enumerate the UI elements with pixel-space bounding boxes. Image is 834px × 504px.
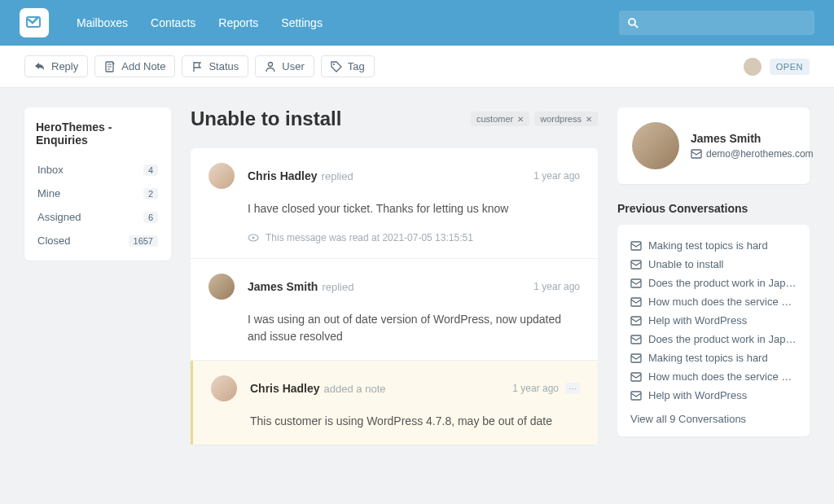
mail-icon [691, 148, 702, 160]
reply-icon [34, 61, 46, 72]
message-avatar[interactable] [208, 163, 235, 189]
user-label: User [282, 60, 304, 72]
previous-conversation-label: Does the product work in Japanese? [648, 277, 797, 289]
sidebar-item-label: Assigned [37, 211, 81, 223]
tag-button[interactable]: Tag [321, 55, 375, 77]
view-all-link[interactable]: View all 9 Conversations [630, 413, 797, 425]
previous-conversation-label: How much does the service cost [648, 370, 797, 383]
message-timestamp: 1 year ago [512, 383, 559, 394]
previous-conversations-title: Previous Conversations [617, 202, 810, 215]
previous-conversation-label: Unable to install [648, 258, 724, 270]
tag-label: wordpress [540, 114, 582, 124]
message-action: added a note [324, 383, 386, 395]
previous-conversation-label: Help with WordPress [648, 314, 747, 327]
mail-icon [630, 240, 642, 252]
status-label: Status [208, 60, 239, 72]
tag-chip: wordpress✕ [534, 112, 598, 126]
previous-conversation-item[interactable]: Unable to install [630, 255, 797, 274]
previous-conversation-item[interactable]: Does the product work in Japanese? [630, 330, 797, 348]
message-thread: Chris Hadley replied1 year agoI have clo… [191, 148, 598, 445]
search-icon [627, 17, 639, 28]
message-body: This customer is using WordPress 4.7.8, … [250, 413, 580, 430]
message-avatar[interactable] [211, 375, 237, 401]
message-more-icon[interactable]: ⋯ [565, 383, 580, 394]
reply-message: Chris Hadley replied1 year agoI have clo… [191, 148, 598, 259]
tag-remove-icon[interactable]: ✕ [586, 115, 592, 124]
previous-conversation-item[interactable]: How much does the service cost [630, 367, 797, 386]
previous-conversation-item[interactable]: Help with WordPress [630, 386, 797, 405]
sidebar-item-count: 2 [143, 188, 158, 199]
reply-label: Reply [51, 60, 78, 72]
mail-icon [630, 315, 642, 327]
mail-icon [630, 353, 642, 364]
tag-chip: customer✕ [471, 112, 529, 126]
sidebar-item-assigned[interactable]: Assigned6 [36, 205, 160, 229]
sidebar-item-count: 4 [143, 164, 158, 176]
nav-contacts[interactable]: Contacts [151, 16, 195, 29]
sidebar-item-mine[interactable]: Mine2 [36, 182, 160, 205]
message-author: Chris Hadley [250, 382, 320, 395]
note-icon [104, 61, 116, 72]
sidebar-item-count: 6 [143, 212, 158, 223]
app-logo[interactable] [20, 8, 49, 37]
previous-conversation-item[interactable]: How much does the service cost [630, 292, 797, 311]
previous-conversation-item[interactable]: Making test topics is hard [630, 348, 797, 367]
read-receipt: This message was read at 2021-07-05 13:1… [248, 232, 580, 243]
message-avatar[interactable] [208, 274, 235, 300]
sidebar-item-label: Inbox [37, 164, 64, 176]
previous-conversation-label: Help with WordPress [648, 389, 747, 401]
customer-avatar[interactable] [632, 122, 679, 169]
user-icon [265, 61, 276, 72]
previous-conversation-label: Does the product work in Japanese? [648, 333, 797, 345]
previous-conversation-label: Making test topics is hard [648, 352, 768, 364]
sidebar-item-label: Closed [37, 234, 70, 247]
mail-icon [630, 390, 642, 401]
previous-conversations-card: Making test topics is hardUnable to inst… [617, 225, 810, 436]
mail-icon [630, 296, 642, 308]
nav-reports[interactable]: Reports [218, 16, 258, 29]
tag-label: customer [476, 114, 513, 124]
status-badge: OPEN [770, 59, 810, 75]
reply-button[interactable]: Reply [24, 55, 88, 77]
customer-card: James Smith demo@herothemes.com [617, 107, 810, 184]
user-button[interactable]: User [255, 55, 314, 77]
reply-message: James Smith replied1 year agoI was using… [191, 259, 598, 361]
message-timestamp: 1 year ago [533, 281, 580, 292]
tag-icon [331, 61, 342, 72]
message-action: replied [322, 281, 353, 293]
nav-mailboxes[interactable]: Mailboxes [77, 16, 128, 29]
previous-conversation-item[interactable]: Making test topics is hard [630, 236, 797, 255]
tag-list: customer✕wordpress✕ [471, 112, 598, 126]
message-body: I was using an out of date version of Wo… [248, 311, 580, 345]
status-button[interactable]: Status [182, 55, 248, 77]
message-author: Chris Hadley [248, 169, 318, 182]
add-note-label: Add Note [121, 60, 165, 72]
assignee-avatar[interactable] [744, 58, 762, 76]
tag-remove-icon[interactable]: ✕ [517, 115, 524, 124]
previous-conversation-item[interactable]: Does the product work in Japanese? [630, 274, 797, 292]
message-action: replied [322, 170, 353, 182]
customer-email[interactable]: demo@herothemes.com [691, 148, 814, 160]
message-author: James Smith [248, 280, 318, 293]
sidebar-item-inbox[interactable]: Inbox4 [36, 158, 160, 182]
previous-conversation-item[interactable]: Help with WordPress [630, 311, 797, 330]
customer-email-text: demo@herothemes.com [706, 148, 814, 160]
customer-name: James Smith [691, 132, 814, 145]
add-note-button[interactable]: Add Note [94, 55, 175, 77]
mailbox-title: HeroThemes - Enquiries [36, 121, 160, 147]
mail-icon [630, 334, 642, 345]
previous-conversation-label: How much does the service cost [648, 296, 797, 308]
flag-icon [191, 61, 203, 72]
ticket-title: Unable to install [191, 107, 341, 130]
envelope-check-icon [26, 15, 42, 31]
note-message: Chris Hadley added a note1 year ago⋯This… [191, 361, 598, 445]
nav-settings[interactable]: Settings [281, 16, 323, 29]
sidebar-item-label: Mine [37, 187, 60, 199]
mailbox-sidebar: HeroThemes - Enquiries Inbox4Mine2Assign… [24, 107, 171, 261]
sidebar-item-closed[interactable]: Closed1657 [36, 229, 160, 252]
search-input[interactable] [619, 11, 814, 35]
read-receipt-text: This message was read at 2021-07-05 13:1… [266, 232, 473, 243]
mail-icon [630, 278, 642, 289]
message-timestamp: 1 year ago [533, 170, 580, 182]
top-header: MailboxesContactsReportsSettings [0, 0, 834, 46]
